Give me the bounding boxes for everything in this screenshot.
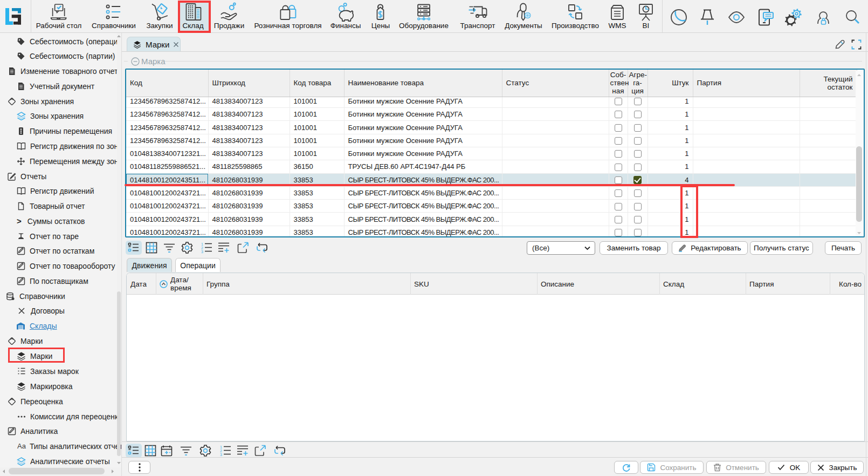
svg-text:1: 1	[201, 242, 203, 246]
svg-text:3: 3	[220, 453, 222, 457]
svg-text:1: 1	[220, 445, 222, 449]
svg-text:3: 3	[201, 250, 203, 254]
svg-text:2: 2	[220, 449, 222, 453]
svg-text:2: 2	[201, 246, 203, 250]
